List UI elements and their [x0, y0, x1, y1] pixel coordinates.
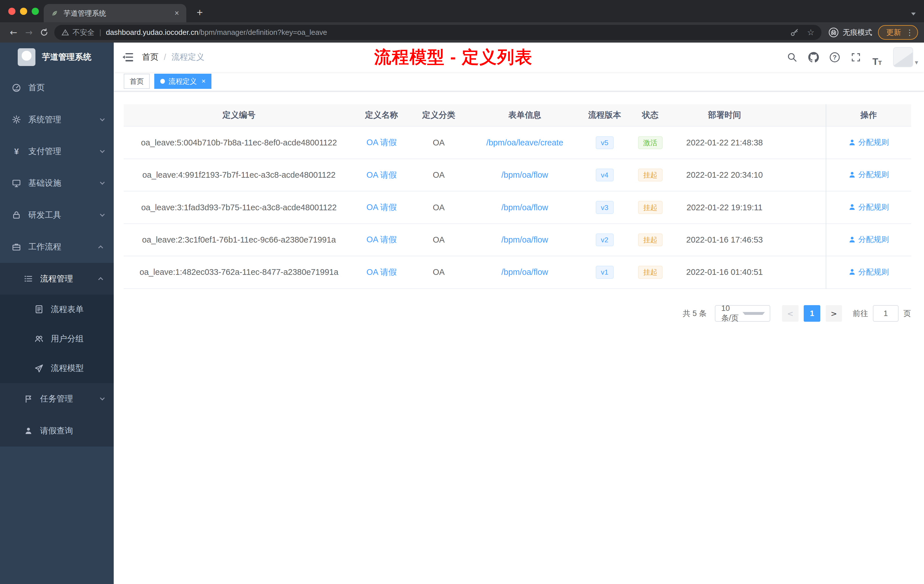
version-tag: v5: [596, 136, 614, 149]
definition-id: oa_leave:2:3c1f0ef1-76b1-11ec-9c66-a2380…: [124, 235, 354, 244]
fullscreen-icon[interactable]: [847, 48, 865, 66]
definition-id: oa_leave:5:004b710b-7b8a-11ec-8ef0-acde4…: [124, 138, 354, 147]
column-header: 定义编号: [124, 109, 354, 121]
assign-rule-link[interactable]: 分配规则: [848, 202, 889, 212]
browser-window: 芋道管理系统 × + ← → 不安全 | dashboard.yudao.ioc…: [0, 0, 924, 43]
sidebar-item-process-form[interactable]: 流程表单: [0, 295, 114, 324]
back-button[interactable]: ←: [6, 25, 21, 40]
definition-category: OA: [409, 138, 468, 147]
sidebar-item-payment[interactable]: ¥ 支付管理: [0, 135, 114, 167]
form-link[interactable]: /bpm/oa/flow: [502, 267, 548, 277]
chevron-down-icon: [100, 148, 105, 153]
table-row: oa_leave:2:3c1f0ef1-76b1-11ec-9c66-a2380…: [124, 224, 911, 256]
tab-search-chevron-icon[interactable]: [911, 13, 916, 15]
sidebar-item-process-model[interactable]: 流程模型: [0, 354, 114, 383]
github-icon[interactable]: [805, 48, 822, 66]
form-link[interactable]: /bpm/oa/flow: [502, 203, 548, 212]
reload-button[interactable]: [36, 25, 52, 40]
page-size-select[interactable]: 10条/页: [715, 305, 770, 322]
version-tag: v3: [596, 201, 614, 214]
breadcrumb-separator: /: [164, 53, 166, 62]
tag-label: 流程定义: [168, 77, 197, 86]
browser-update-button[interactable]: 更新 ⋮: [878, 25, 918, 40]
sidebar-toggle-button[interactable]: [114, 43, 142, 72]
sidebar-item-system[interactable]: 系统管理: [0, 104, 114, 135]
new-tab-button[interactable]: +: [192, 5, 208, 20]
bookmark-star-icon[interactable]: ☆: [807, 27, 815, 37]
tab-strip: 芋道管理系统 × +: [0, 0, 924, 22]
maximize-window-button[interactable]: [32, 8, 39, 15]
form-link[interactable]: /bpm/oa/leave/create: [486, 138, 563, 147]
close-window-button[interactable]: [8, 8, 15, 15]
sidebar-item-leave-query[interactable]: 请假查询: [0, 415, 114, 447]
column-header: 状态: [628, 109, 673, 121]
breadcrumb-home[interactable]: 首页: [142, 51, 158, 63]
user-menu[interactable]: ▾: [893, 47, 918, 67]
tag-close-icon[interactable]: ×: [200, 78, 206, 85]
page-content: 定义编号 定义名称 定义分类 表单信息 流程版本 状态 部署时间 操作 oa_l…: [114, 91, 924, 584]
sidebar-item-home[interactable]: 首页: [0, 72, 114, 104]
chevron-down-icon: [100, 116, 105, 121]
sidebar-item-workflow[interactable]: 工作流程: [0, 231, 114, 263]
sidebar-item-process-management[interactable]: 流程管理: [0, 263, 114, 295]
definition-name-link[interactable]: OA 请假: [366, 235, 397, 244]
status-badge: 挂起: [638, 168, 663, 181]
deploy-time: 2022-01-16 17:46:53: [672, 235, 777, 244]
page-number-button[interactable]: 1: [804, 305, 820, 322]
chevron-up-icon: [98, 277, 103, 282]
sidebar-item-user-group[interactable]: 用户分组: [0, 324, 114, 353]
column-header: 部署时间: [672, 109, 777, 121]
form-link[interactable]: /bpm/oa/flow: [502, 235, 548, 244]
browser-tab[interactable]: 芋道管理系统 ×: [44, 4, 186, 22]
page-size-value: 10条/页: [721, 304, 739, 323]
tab-favicon-icon: [51, 9, 59, 17]
sidebar-logo[interactable]: 芋道管理系统: [0, 43, 114, 72]
definition-name-link[interactable]: OA 请假: [366, 138, 397, 147]
update-label: 更新: [886, 27, 901, 38]
tag-process-definition[interactable]: 流程定义 ×: [154, 74, 211, 89]
definition-category: OA: [409, 203, 468, 212]
sidebar-item-task-management[interactable]: 任务管理: [0, 383, 114, 415]
sidebar-item-label: 流程管理: [40, 273, 73, 285]
definition-name-link[interactable]: OA 请假: [366, 203, 397, 212]
prev-page-button[interactable]: <: [782, 305, 799, 322]
password-key-icon[interactable]: [790, 28, 799, 37]
goto-page-input[interactable]: [873, 305, 899, 322]
tab-title: 芋道管理系统: [64, 8, 167, 18]
chevron-down-icon: [742, 312, 765, 315]
definition-name-link[interactable]: OA 请假: [366, 170, 397, 180]
browser-menu-icon[interactable]: ⋮: [906, 28, 913, 37]
definition-id: oa_leave:4:991f2193-7b7f-11ec-a3c8-acde4…: [124, 170, 354, 180]
form-link[interactable]: /bpm/oa/flow: [502, 170, 548, 180]
security-warning-icon[interactable]: [61, 28, 69, 36]
sidebar: 芋道管理系统 首页 系统管理 ¥ 支付管理 基础设施: [0, 43, 114, 584]
definition-name-link[interactable]: OA 请假: [366, 267, 397, 277]
minimize-window-button[interactable]: [20, 8, 27, 15]
incognito-label: 无痕模式: [843, 27, 872, 38]
help-icon[interactable]: ?: [826, 48, 844, 66]
next-page-button[interactable]: >: [826, 305, 842, 322]
definition-id: oa_leave:3:1fad3d93-7b75-11ec-a3c8-acde4…: [124, 203, 354, 212]
search-icon[interactable]: [784, 48, 801, 66]
tag-home[interactable]: 首页: [124, 74, 150, 89]
tag-label: 首页: [130, 77, 144, 86]
deploy-time: 2022-01-22 20:34:10: [672, 170, 777, 180]
sidebar-item-label: 请假查询: [40, 425, 73, 437]
user-icon: [24, 426, 33, 436]
assign-rule-link[interactable]: 分配规则: [848, 267, 889, 277]
assign-rule-link[interactable]: 分配规则: [848, 170, 889, 180]
address-bar[interactable]: 不安全 | dashboard.yudao.iocoder.cn/bpm/man…: [54, 25, 822, 40]
tab-close-icon[interactable]: ×: [172, 8, 182, 18]
font-size-icon[interactable]: TT: [868, 48, 886, 66]
assign-rule-link[interactable]: 分配规则: [848, 137, 889, 147]
forward-button[interactable]: →: [21, 25, 36, 40]
list-icon: [24, 274, 33, 284]
sidebar-item-devtools[interactable]: 研发工具: [0, 199, 114, 231]
chevron-down-icon: [100, 180, 105, 185]
gear-icon: [12, 115, 21, 124]
assign-rule-link[interactable]: 分配规则: [848, 234, 889, 244]
sidebar-item-infrastructure[interactable]: 基础设施: [0, 167, 114, 199]
page-unit-label: 页: [903, 308, 911, 318]
column-header: 定义名称: [354, 109, 409, 121]
briefcase-icon: [12, 242, 21, 252]
